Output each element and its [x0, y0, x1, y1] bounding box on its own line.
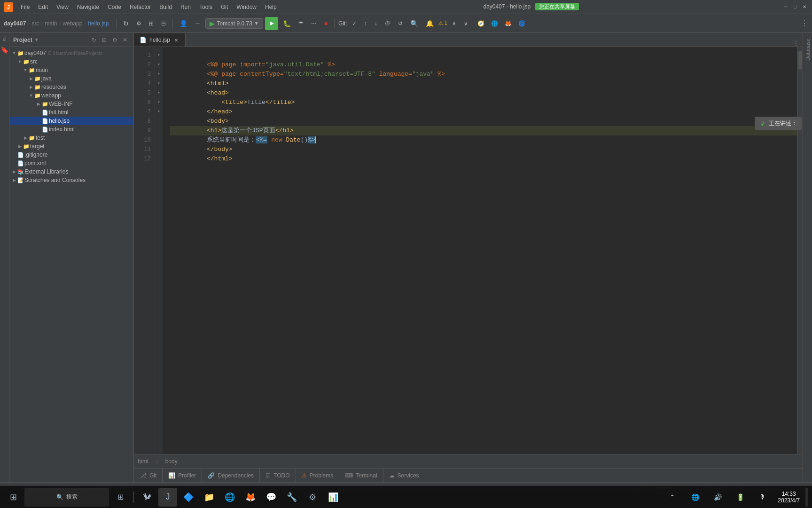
- taskbar-app5[interactable]: 📊: [324, 488, 343, 507]
- project-hide-btn[interactable]: ✕: [120, 35, 130, 45]
- tray-battery[interactable]: 🔋: [731, 488, 750, 507]
- edge-icon[interactable]: 🌀: [515, 17, 528, 30]
- editor-content[interactable]: 1 2 3 4 5 6 7 8 9 10 11 12 ▾ ▾ ▾: [134, 47, 803, 454]
- menu-refactor[interactable]: Refactor: [126, 3, 155, 11]
- fold-line7[interactable]: ▾: [155, 79, 163, 88]
- close-button[interactable]: ✕: [801, 3, 808, 11]
- menu-code[interactable]: Code: [104, 3, 125, 11]
- tree-item-webinf[interactable]: ▶ 📁 WEB-INF: [9, 100, 133, 108]
- taskbar-vscode[interactable]: 🔷: [179, 488, 198, 507]
- taskbar-app2[interactable]: 💬: [262, 488, 281, 507]
- fold-line3[interactable]: ▾: [155, 51, 163, 60]
- tree-item-resources[interactable]: ▶ 📁 resources: [9, 83, 133, 91]
- taskbar-chrome[interactable]: 🌐: [220, 488, 239, 507]
- tab-dependencies[interactable]: 🔗 Dependencies: [202, 468, 260, 483]
- fold-line10[interactable]: ▾: [155, 98, 163, 107]
- menu-build[interactable]: Build: [156, 3, 176, 11]
- fold-line11[interactable]: ▾: [155, 107, 163, 117]
- more-tabs-button[interactable]: ⋮: [789, 40, 803, 47]
- taskbar-intellij[interactable]: J: [158, 488, 177, 507]
- menu-navigate[interactable]: Navigate: [73, 3, 103, 11]
- menu-file[interactable]: File: [17, 3, 33, 11]
- tray-speaker[interactable]: 🔊: [708, 488, 727, 507]
- chrome-icon[interactable]: 🌐: [488, 17, 501, 30]
- chevron-down[interactable]: ∨: [461, 17, 471, 30]
- git-history[interactable]: ⏱: [382, 17, 393, 30]
- maximize-button[interactable]: □: [791, 3, 799, 11]
- menu-git[interactable]: Git: [217, 3, 232, 11]
- minimize-button[interactable]: ─: [782, 3, 789, 11]
- git-revert[interactable]: ↺: [395, 17, 406, 30]
- editor-scrollbar[interactable]: [797, 47, 803, 454]
- tree-item-java[interactable]: ▶ 📁 java: [9, 74, 133, 83]
- tree-item-gitignore[interactable]: 📄 .gitignore: [9, 151, 133, 159]
- sync-button[interactable]: ↻: [120, 17, 132, 30]
- taskbar-app3[interactable]: 🔧: [282, 488, 301, 507]
- back-button[interactable]: ←: [192, 17, 203, 30]
- firefox-icon[interactable]: 🦊: [502, 17, 515, 30]
- taskbar-app1[interactable]: 🦊: [241, 488, 260, 507]
- fold-line6[interactable]: ▾: [155, 70, 163, 79]
- clock[interactable]: 14:33 2023/4/7: [774, 491, 804, 504]
- tab-services[interactable]: ☁ Services: [383, 468, 425, 483]
- structure-icon[interactable]: Str: [1, 35, 8, 42]
- tree-item-day0407[interactable]: ▼ 📁 day0407 C:\Users\zed\IdeaProjects: [9, 49, 133, 57]
- menu-run[interactable]: Run: [177, 3, 195, 11]
- tab-terminal[interactable]: ⌨ Terminal: [339, 468, 383, 483]
- git-update[interactable]: ↓: [372, 17, 380, 30]
- tree-item-webapp[interactable]: ▼ 📁 webapp: [9, 91, 133, 100]
- tray-mic[interactable]: 🎙: [753, 488, 772, 507]
- tree-item-src[interactable]: ▼ 📁 src: [9, 57, 133, 66]
- tree-item-target[interactable]: ▶ 📁 target: [9, 142, 133, 151]
- tree-item-pomxml[interactable]: 📄 pom.xml: [9, 159, 133, 167]
- search-button[interactable]: 🔍: [407, 17, 421, 30]
- config-button[interactable]: ⚙: [133, 17, 144, 30]
- tab-hellojsp[interactable]: 📄 hello.jsp ✕: [134, 33, 186, 47]
- tree-item-extlibs[interactable]: ▶ 📚 External Libraries: [9, 167, 133, 176]
- fold-line8[interactable]: ▾: [155, 88, 163, 98]
- notifications-button[interactable]: 🔔: [423, 17, 437, 30]
- code-editor[interactable]: <%@ page import="java.util.Date" %> <%@ …: [163, 47, 797, 454]
- start-button[interactable]: ⊞: [4, 488, 23, 507]
- tab-close-button[interactable]: ✕: [173, 37, 180, 43]
- tree-item-test[interactable]: ▶ 📁 test: [9, 134, 133, 142]
- tab-profiler[interactable]: 📊 Profiler: [163, 468, 202, 483]
- tab-problems[interactable]: ⚠ Problems: [296, 468, 340, 483]
- collapse-button[interactable]: ⊟: [158, 17, 169, 30]
- menu-window[interactable]: Window: [233, 3, 260, 11]
- run-button[interactable]: [265, 17, 278, 30]
- expand-button[interactable]: ⊞: [146, 17, 156, 30]
- tree-item-main[interactable]: ▼ 📁 main: [9, 66, 133, 74]
- fold-line4[interactable]: ▾: [155, 60, 163, 70]
- taskbar-squirrel[interactable]: 🐿: [138, 488, 156, 507]
- project-sync-btn[interactable]: ↻: [89, 35, 99, 45]
- coverage-button[interactable]: ☂: [296, 17, 306, 30]
- git-push[interactable]: ↑: [361, 17, 370, 30]
- tray-network[interactable]: 🌐: [686, 488, 704, 507]
- taskbar-fileexplorer[interactable]: 📁: [200, 488, 219, 507]
- chevron-up[interactable]: ∧: [449, 17, 459, 30]
- tomcat-selector[interactable]: ▶ Tomcat 9.0.73 ▼: [205, 18, 263, 29]
- stop-button[interactable]: ■: [321, 17, 330, 30]
- menu-help[interactable]: Help: [261, 3, 281, 11]
- database-panel-label[interactable]: Database: [805, 39, 811, 61]
- project-collapse-btn[interactable]: ⊟: [100, 35, 109, 45]
- show-desktop[interactable]: [805, 488, 808, 507]
- git-commit[interactable]: ✓: [349, 17, 359, 30]
- more-run-button[interactable]: ⋯: [308, 17, 320, 30]
- debug-button[interactable]: 🐛: [280, 17, 294, 30]
- menu-view[interactable]: View: [53, 3, 72, 11]
- tab-todo[interactable]: ☑ TODO: [260, 468, 296, 483]
- tree-item-scratches[interactable]: ▶ 📝 Scratches and Consoles: [9, 176, 133, 184]
- tree-item-failhtml[interactable]: 📄 fail.html: [9, 108, 133, 117]
- tab-git[interactable]: ⎇ Git: [134, 468, 163, 483]
- project-settings-btn[interactable]: ⚙: [110, 35, 119, 45]
- user-button[interactable]: 👤: [177, 17, 190, 30]
- safari-icon[interactable]: 🧭: [475, 17, 487, 30]
- bookmarks-icon[interactable]: 🔖: [1, 46, 8, 54]
- search-taskbar[interactable]: 🔍 搜索: [24, 488, 109, 507]
- taskview-button[interactable]: ⊞: [111, 488, 130, 507]
- taskbar-app4[interactable]: ⚙: [303, 488, 322, 507]
- tray-icon1[interactable]: ⌃: [663, 488, 682, 507]
- right-toolbar-options[interactable]: ⋮: [801, 19, 808, 28]
